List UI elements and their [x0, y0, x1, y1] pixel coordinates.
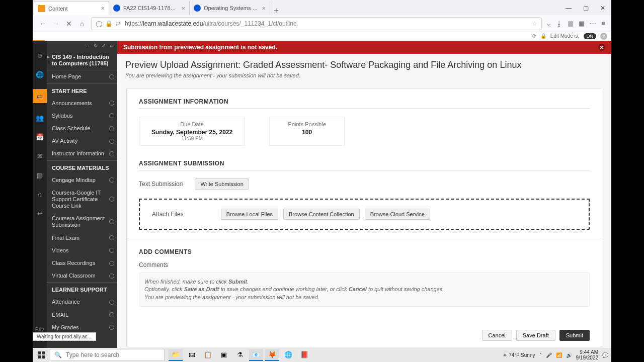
due-date-label: Due Date: [151, 121, 232, 127]
tab-coursera-2[interactable]: Operating Systems and You: Be ×: [190, 1, 270, 15]
help-icon[interactable]: ?: [600, 33, 607, 40]
menu-refresh-icon[interactable]: ↻: [94, 43, 98, 51]
sidebar-item-recordings[interactable]: Class Recordings: [47, 257, 117, 269]
grades-icon[interactable]: ▤: [35, 170, 44, 179]
close-icon[interactable]: ×: [262, 5, 266, 12]
sidebar-item-syllabus[interactable]: Syllabus: [47, 110, 117, 122]
menu-expand-icon[interactable]: ⤢: [102, 43, 106, 51]
sidebar-item-cengage[interactable]: Cengage Mindtap: [47, 174, 117, 187]
main-content: Submission from previewed assignment is …: [117, 41, 611, 348]
pocket-icon[interactable]: ⌵: [547, 20, 551, 27]
calendar-icon[interactable]: 📅: [35, 132, 44, 141]
weather-widget[interactable]: ☀ 74°F Sunny: [503, 352, 535, 358]
save-draft-button[interactable]: Save Draft: [516, 330, 555, 341]
sidebar-item-attendance[interactable]: Attendance: [47, 296, 117, 308]
browse-cloud-button[interactable]: Browse Cloud Service: [365, 209, 430, 220]
sidebar-item-instructor[interactable]: Instructor Information: [47, 147, 117, 160]
page-subtitle: You are previewing the assignment - your…: [117, 72, 611, 84]
sidebar-item-email[interactable]: EMAIL: [47, 309, 117, 321]
downloads-icon[interactable]: ⭳: [556, 20, 562, 27]
window-close[interactable]: ✕: [594, 1, 611, 15]
tab-label: Operating Systems and You: Be: [204, 5, 259, 11]
menu-folder-icon[interactable]: ▭: [110, 43, 114, 51]
address-bar[interactable]: ◯ 🔒 ⇄ https://learn.wallacestate.edu/ult…: [91, 17, 542, 30]
tab-coursera-1[interactable]: FA22 CIS149-11785 | Coursera ×: [109, 1, 190, 15]
browse-local-button[interactable]: Browse Local Files: [221, 209, 278, 220]
section-heading: ASSIGNMENT SUBMISSION: [139, 160, 590, 170]
window-minimize[interactable]: ―: [560, 1, 577, 15]
courses-icon[interactable]: ▭: [33, 89, 47, 103]
edit-mode-label: Edit Mode is:: [550, 33, 580, 39]
sidebar-heading: START HERE: [47, 83, 117, 97]
browse-collection-button[interactable]: Browse Content Collection: [283, 209, 360, 220]
taskbar-app-outlook[interactable]: 📧: [249, 349, 263, 361]
tray-volume-icon[interactable]: 🔊: [566, 352, 572, 358]
tray-chevron-icon[interactable]: ˄: [539, 352, 542, 358]
sidebar-item-videos[interactable]: Videos: [47, 244, 117, 257]
tray-mic-icon[interactable]: 🎤: [546, 352, 552, 358]
close-icon[interactable]: ×: [181, 5, 185, 12]
shield-icon[interactable]: ◯: [96, 20, 102, 27]
submit-button[interactable]: Submit: [559, 330, 590, 341]
course-title[interactable]: CIS 149 - Introduction to Computers (117…: [47, 51, 117, 70]
taskbar-app-acrobat[interactable]: 📕: [297, 349, 311, 361]
organizations-icon[interactable]: 👥: [35, 113, 44, 122]
taskbar-search[interactable]: 🔍 Type here to search: [50, 349, 165, 361]
sidebar-item-coursera-submission[interactable]: Coursera Assignment Submission: [47, 212, 117, 231]
edit-mode-toggle[interactable]: ON: [584, 33, 597, 39]
taskbar-app-dev[interactable]: ⚗: [233, 349, 247, 361]
start-button[interactable]: [33, 351, 50, 358]
svg-rect-2: [38, 355, 41, 358]
sync-icon[interactable]: ⟳: [532, 33, 536, 39]
forward-button[interactable]: →: [52, 20, 60, 28]
write-submission-button[interactable]: Write Submission: [195, 178, 249, 190]
taskbar-app-explorer[interactable]: 📁: [169, 349, 183, 361]
sidebar-heading: LEARNER SUPPORT: [47, 282, 117, 296]
close-icon[interactable]: ✕: [598, 44, 605, 51]
new-tab-button[interactable]: +: [270, 6, 282, 15]
attach-files-label: Attach Files: [152, 211, 184, 218]
close-icon[interactable]: ×: [101, 5, 105, 12]
stop-button[interactable]: ✕: [65, 20, 73, 28]
permissions-icon[interactable]: ⇄: [116, 20, 121, 27]
window-maximize[interactable]: ▢: [577, 1, 594, 15]
tray-notifications-icon[interactable]: 💬: [602, 352, 608, 358]
taskbar-app-notes[interactable]: 📋: [201, 349, 215, 361]
sidebar-item-announcements[interactable]: Announcements: [47, 97, 117, 110]
bookmark-star-icon[interactable]: ☆: [532, 20, 537, 27]
taskbar-clock[interactable]: 9:44 AM 9/19/2022: [576, 349, 599, 360]
windows-taskbar: 🔍 Type here to search 📁 🖂 📋 ▣ ⚗ 📧 🦊 🌐 📕 …: [33, 348, 611, 362]
sidebar-item-home[interactable]: Home Page: [47, 70, 117, 83]
taskbar-app-firefox[interactable]: 🦊: [265, 349, 279, 361]
sidebar-item-coursera-link[interactable]: Coursera-Google IT Support Certificate C…: [47, 187, 117, 213]
back-button[interactable]: ←: [39, 20, 47, 28]
due-date-value: Sunday, September 25, 2022: [151, 129, 232, 136]
lock-icon[interactable]: 🔒: [105, 20, 113, 27]
taskbar-app-mail[interactable]: 🖂: [185, 349, 199, 361]
profile-icon[interactable]: ☺: [35, 51, 44, 60]
signout-icon[interactable]: ↩: [35, 209, 44, 218]
feed-icon[interactable]: ⋯: [590, 20, 596, 27]
clock-time: 9:44 AM: [576, 349, 599, 355]
library-icon[interactable]: ▥: [568, 20, 574, 27]
sidebar-item-av[interactable]: AV Activity: [47, 135, 117, 147]
app-menu-button[interactable]: ≡: [601, 20, 605, 27]
menu-home-icon[interactable]: ⌂: [87, 43, 90, 51]
tab-label: FA22 CIS149-11785 | Coursera: [123, 5, 178, 11]
extensions-icon[interactable]: ▦: [579, 20, 585, 27]
taskbar-app-store[interactable]: ▣: [217, 349, 231, 361]
taskbar-app-chrome[interactable]: 🌐: [281, 349, 295, 361]
sidebar-item-schedule[interactable]: Class Schedule: [47, 122, 117, 135]
attach-files-dropzone[interactable]: Attach Files Browse Local Files Browse C…: [139, 199, 590, 230]
home-button[interactable]: ⌂: [78, 20, 86, 28]
cancel-button[interactable]: Cancel: [482, 330, 512, 341]
sidebar-item-final[interactable]: Final Exam: [47, 232, 117, 244]
tools-icon[interactable]: ⎌: [35, 190, 44, 199]
lock-icon[interactable]: 🔒: [540, 33, 546, 39]
tray-network-icon[interactable]: 📶: [556, 352, 562, 358]
activity-icon[interactable]: 🌐: [35, 70, 44, 79]
sidebar-item-virtual[interactable]: Virtual Classroom: [47, 269, 117, 282]
tab-content[interactable]: Content ×: [34, 1, 109, 15]
messages-icon[interactable]: ✉: [35, 151, 44, 160]
points-box: Points Possible 100: [269, 117, 345, 146]
